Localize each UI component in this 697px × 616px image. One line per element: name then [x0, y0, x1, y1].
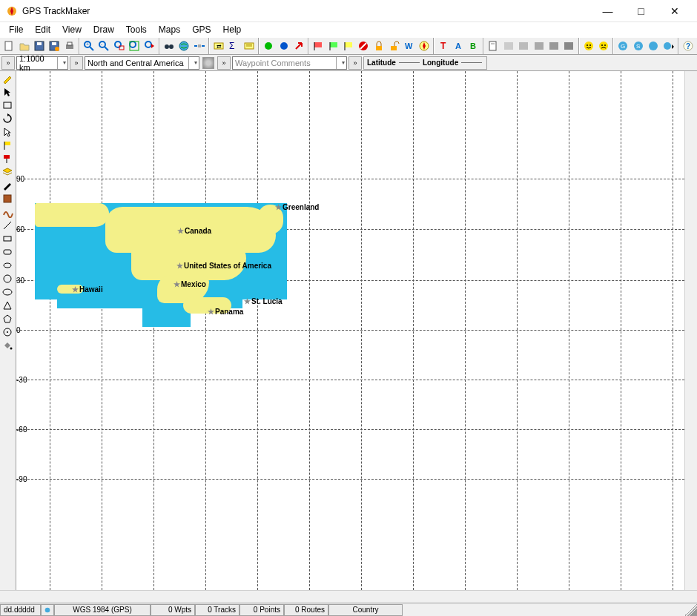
face-2-button[interactable] [596, 38, 611, 54]
status-globe-icon [41, 604, 54, 616]
scale-go-button[interactable]: » [1, 56, 15, 70]
zoom-window-button[interactable] [112, 38, 127, 54]
target-tool[interactable] [0, 325, 15, 339]
compass-button[interactable] [417, 38, 432, 54]
green-dot-button[interactable] [261, 38, 276, 54]
svg-point-66 [649, 42, 658, 50]
rotate-tool[interactable] [0, 112, 15, 125]
zoom-out-button[interactable]: - [96, 38, 111, 54]
flag-a-button[interactable] [311, 38, 326, 54]
svg-rect-51 [504, 42, 513, 50]
pencil-select-tool[interactable] [0, 72, 15, 85]
lat-label: -30 [16, 376, 27, 384]
face-1-button[interactable] [581, 38, 596, 54]
print-button[interactable] [62, 38, 77, 54]
binoculars-button[interactable] [162, 38, 176, 54]
sigma-button[interactable]: Σ [226, 38, 241, 54]
map-combo[interactable]: North and Central America▾ [85, 56, 199, 70]
doc-button[interactable] [486, 38, 501, 54]
resize-grip[interactable] [684, 604, 697, 616]
satellite-button[interactable] [192, 38, 207, 54]
reduce-button[interactable]: ⇄ [211, 38, 226, 54]
ellipse-tool[interactable] [0, 259, 15, 272]
lat-label: 90 [16, 175, 24, 183]
save-as-button[interactable] [47, 38, 62, 54]
status-region: Country [328, 604, 403, 616]
menu-edit[interactable]: Edit [29, 23, 56, 36]
gray-3-button[interactable] [531, 38, 546, 54]
gray-2-button[interactable] [516, 38, 531, 54]
globe-g-button[interactable]: G [615, 38, 630, 54]
paint-tool[interactable] [0, 152, 15, 165]
scale-combo[interactable]: 1:1000 km▾ [16, 56, 68, 70]
menu-gps[interactable]: GPS [186, 23, 217, 36]
menu-help[interactable]: Help [217, 23, 248, 36]
horizontal-scrollbar[interactable] [0, 590, 697, 603]
svg-point-6 [55, 47, 59, 51]
maximize-button[interactable]: □ [624, 1, 658, 21]
flag-b-button[interactable] [326, 38, 341, 54]
close-button[interactable]: ✕ [658, 1, 691, 21]
main-toolbar: + - ⇄ Σ W T A B G S ? [0, 37, 697, 55]
open-file-button[interactable] [16, 38, 31, 54]
map-canvas[interactable]: -180 -150 -120 -90 -60 -30 0 30 60 90 12… [16, 71, 684, 590]
zoom-extents-button[interactable] [127, 38, 142, 54]
flag-tool[interactable] [0, 139, 15, 152]
text-t-button[interactable]: T [436, 38, 451, 54]
comments-go-button[interactable]: » [217, 56, 231, 70]
menu-draw[interactable]: Draw [87, 23, 120, 36]
lat-label: -90 [16, 475, 27, 483]
text-a-button[interactable]: A [452, 38, 466, 54]
menu-file[interactable]: File [3, 23, 29, 36]
minimize-button[interactable]: — [591, 1, 624, 21]
flag-c-button[interactable] [341, 38, 356, 54]
menu-tools[interactable]: Tools [120, 23, 153, 36]
circle-tool[interactable] [0, 272, 15, 285]
menu-view[interactable]: View [56, 23, 87, 36]
globe-o-button[interactable] [646, 38, 661, 54]
path-tool[interactable] [0, 205, 15, 219]
gray-5-button[interactable] [561, 38, 576, 54]
world-button[interactable] [176, 38, 191, 54]
zoom-previous-button[interactable] [142, 38, 156, 54]
pentagon-tool[interactable] [0, 312, 15, 325]
lock-button[interactable] [371, 38, 386, 54]
fill-tool[interactable] [0, 339, 15, 352]
arrow-red-button[interactable] [291, 38, 306, 54]
pointer-tool[interactable] [0, 85, 15, 99]
arrow-cursor-tool[interactable] [0, 125, 15, 139]
flag-stop-button[interactable] [356, 38, 371, 54]
gray-1-button[interactable] [501, 38, 516, 54]
globe-s-button[interactable]: S [631, 38, 646, 54]
unlock-button[interactable] [386, 38, 401, 54]
map-go-button[interactable]: » [70, 56, 83, 70]
book-tool[interactable] [0, 192, 15, 205]
gray-4-button[interactable] [546, 38, 561, 54]
new-file-button[interactable] [1, 38, 16, 54]
svg-text:S: S [636, 43, 640, 50]
save-file-button[interactable] [32, 38, 47, 54]
svg-rect-36 [330, 42, 337, 47]
line-tool[interactable] [0, 219, 15, 232]
triangle-tool[interactable] [0, 299, 15, 312]
vertical-scrollbar[interactable] [684, 71, 697, 590]
zoom-in-button[interactable]: + [82, 38, 96, 54]
rounded-rect-tool[interactable] [0, 245, 15, 259]
coord-go-button[interactable]: » [348, 56, 362, 70]
svg-text:T: T [440, 41, 446, 51]
w-button[interactable]: W [401, 38, 416, 54]
comments-combo[interactable]: Waypoint Comments▾ [232, 56, 347, 70]
layers-button[interactable] [242, 38, 257, 54]
layers-tool[interactable] [0, 165, 15, 179]
menu-maps[interactable]: Maps [153, 23, 186, 36]
rect-tool[interactable] [0, 232, 15, 245]
pen-tool[interactable] [0, 179, 15, 192]
oval-tool[interactable] [0, 285, 15, 299]
rectangle-tool[interactable] [0, 99, 15, 112]
text-b-button[interactable]: B [466, 38, 481, 54]
blue-dot-button[interactable] [276, 38, 291, 54]
svg-text:⇄: ⇄ [217, 43, 222, 50]
help-button[interactable]: ? [681, 38, 696, 54]
svg-rect-23 [198, 44, 201, 47]
globe-dd-button[interactable] [661, 38, 675, 54]
